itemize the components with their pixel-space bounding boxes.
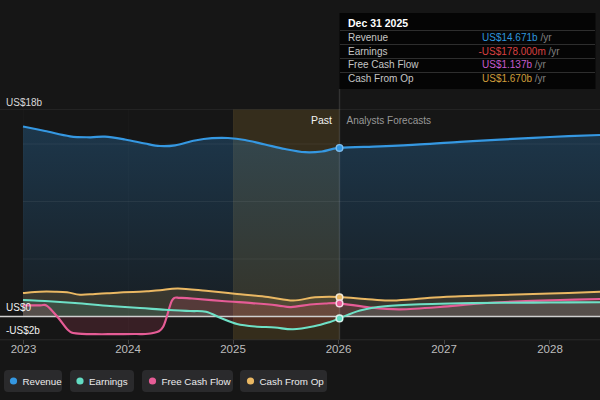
svg-text:Free Cash Flow: Free Cash Flow — [162, 376, 232, 387]
svg-text:Revenue: Revenue — [23, 376, 63, 387]
svg-text:2026: 2026 — [326, 343, 352, 355]
svg-text:US$0: US$0 — [6, 302, 31, 313]
svg-text:Free Cash Flow: Free Cash Flow — [348, 59, 419, 70]
svg-text:Earnings: Earnings — [89, 376, 128, 387]
svg-text:-US$178.000m /yr: -US$178.000m /yr — [479, 46, 561, 57]
svg-text:2023: 2023 — [11, 343, 37, 355]
svg-text:2027: 2027 — [431, 343, 457, 355]
svg-text:2028: 2028 — [537, 343, 563, 355]
svg-text:US$1.137b /yr: US$1.137b /yr — [482, 59, 547, 70]
svg-text:2025: 2025 — [220, 343, 246, 355]
svg-text:Analysts Forecasts: Analysts Forecasts — [347, 115, 431, 126]
svg-text:2024: 2024 — [115, 343, 141, 355]
svg-text:Past: Past — [311, 114, 332, 126]
svg-text:Revenue: Revenue — [348, 32, 388, 43]
svg-text:Cash From Op: Cash From Op — [348, 73, 414, 84]
svg-text:US$14.671b /yr: US$14.671b /yr — [482, 32, 552, 43]
svg-text:Dec 31 2025: Dec 31 2025 — [348, 17, 408, 29]
svg-text:Earnings: Earnings — [348, 46, 387, 57]
svg-text:-US$2b: -US$2b — [6, 325, 40, 336]
svg-text:US$18b: US$18b — [6, 97, 43, 108]
svg-text:Cash From Op: Cash From Op — [260, 376, 325, 387]
svg-text:US$1.670b /yr: US$1.670b /yr — [482, 73, 547, 84]
